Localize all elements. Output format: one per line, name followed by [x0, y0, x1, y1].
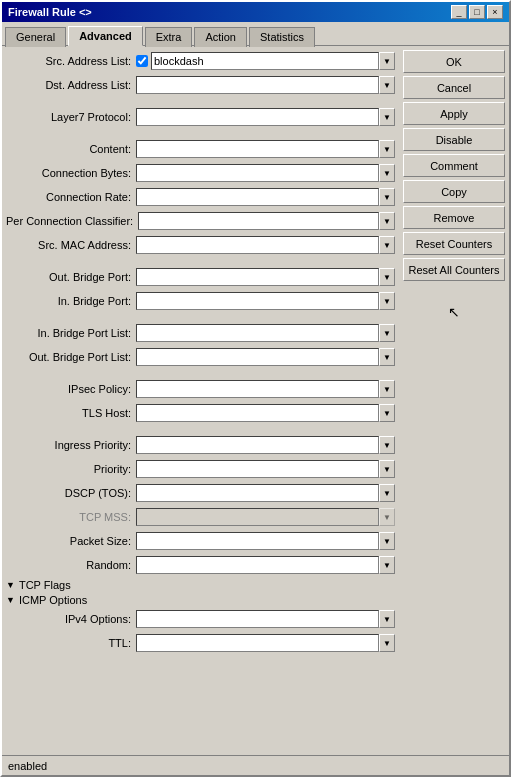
src-address-list-dropdown[interactable]: ▼ — [379, 52, 395, 70]
minimize-button[interactable]: _ — [451, 5, 467, 19]
in-bridge-port-list-dropdown[interactable]: ▼ — [379, 324, 395, 342]
per-connection-classifier-input[interactable] — [138, 212, 379, 230]
dscp-tos-wrap: ▼ — [136, 484, 395, 502]
out-bridge-port-row: Out. Bridge Port: ▼ — [6, 266, 395, 288]
in-bridge-port-wrap: ▼ — [136, 292, 395, 310]
apply-button[interactable]: Apply — [403, 102, 505, 125]
dst-address-list-dropdown[interactable]: ▼ — [379, 76, 395, 94]
cursor-area: ↖ — [403, 284, 505, 751]
ipsec-policy-input[interactable] — [136, 380, 379, 398]
tls-host-row: TLS Host: ▼ — [6, 402, 395, 424]
tls-host-input[interactable] — [136, 404, 379, 422]
disable-button[interactable]: Disable — [403, 128, 505, 151]
remove-button[interactable]: Remove — [403, 206, 505, 229]
connection-bytes-dropdown[interactable]: ▼ — [379, 164, 395, 182]
out-bridge-port-list-dropdown[interactable]: ▼ — [379, 348, 395, 366]
tcp-mss-dropdown: ▼ — [379, 508, 395, 526]
title-bar-buttons: _ □ × — [451, 5, 503, 19]
reset-counters-button[interactable]: Reset Counters — [403, 232, 505, 255]
random-dropdown[interactable]: ▼ — [379, 556, 395, 574]
ipv4-options-input[interactable] — [136, 610, 379, 628]
tcp-flags-arrow: ▼ — [6, 580, 15, 590]
priority-input[interactable] — [136, 460, 379, 478]
ipv4-options-label: IPv4 Options: — [6, 613, 136, 625]
ingress-priority-dropdown[interactable]: ▼ — [379, 436, 395, 454]
in-bridge-port-list-input[interactable] — [136, 324, 379, 342]
src-address-list-checkbox[interactable] — [136, 55, 148, 67]
ipsec-policy-row: IPsec Policy: ▼ — [6, 378, 395, 400]
tab-statistics[interactable]: Statistics — [249, 27, 315, 47]
ttl-wrap: ▼ — [136, 634, 395, 652]
in-bridge-port-list-label: In. Bridge Port List: — [6, 327, 136, 339]
icmp-options-section[interactable]: ▼ ICMP Options — [6, 594, 395, 606]
src-address-list-wrap: ▼ — [136, 52, 395, 70]
src-address-list-input[interactable] — [151, 52, 379, 70]
src-mac-address-dropdown[interactable]: ▼ — [379, 236, 395, 254]
maximize-button[interactable]: □ — [469, 5, 485, 19]
layer7-protocol-row: Layer7 Protocol: ▼ — [6, 106, 395, 128]
content-dropdown[interactable]: ▼ — [379, 140, 395, 158]
copy-button[interactable]: Copy — [403, 180, 505, 203]
connection-bytes-row: Connection Bytes: ▼ — [6, 162, 395, 184]
ttl-row: TTL: ▼ — [6, 632, 395, 654]
tls-host-wrap: ▼ — [136, 404, 395, 422]
tab-extra[interactable]: Extra — [145, 27, 193, 47]
random-input[interactable] — [136, 556, 379, 574]
tcp-mss-row: TCP MSS: ▼ — [6, 506, 395, 528]
content-input[interactable] — [136, 140, 379, 158]
out-bridge-port-dropdown[interactable]: ▼ — [379, 268, 395, 286]
close-button[interactable]: × — [487, 5, 503, 19]
dscp-tos-row: DSCP (TOS): ▼ — [6, 482, 395, 504]
in-bridge-port-label: In. Bridge Port: — [6, 295, 136, 307]
connection-rate-row: Connection Rate: ▼ — [6, 186, 395, 208]
tls-host-dropdown[interactable]: ▼ — [379, 404, 395, 422]
ipsec-policy-label: IPsec Policy: — [6, 383, 136, 395]
ingress-priority-label: Ingress Priority: — [6, 439, 136, 451]
tcp-flags-title: TCP Flags — [19, 579, 71, 591]
connection-rate-dropdown[interactable]: ▼ — [379, 188, 395, 206]
layer7-protocol-dropdown[interactable]: ▼ — [379, 108, 395, 126]
in-bridge-port-list-wrap: ▼ — [136, 324, 395, 342]
status-text: enabled — [8, 760, 47, 772]
dst-address-list-input[interactable] — [136, 76, 379, 94]
dscp-tos-input[interactable] — [136, 484, 379, 502]
ipsec-policy-dropdown[interactable]: ▼ — [379, 380, 395, 398]
tab-general[interactable]: General — [5, 27, 66, 47]
in-bridge-port-dropdown[interactable]: ▼ — [379, 292, 395, 310]
cancel-button[interactable]: Cancel — [403, 76, 505, 99]
ipv4-options-row: IPv4 Options: ▼ — [6, 608, 395, 630]
ingress-priority-input[interactable] — [136, 436, 379, 454]
window-title: Firewall Rule <> — [8, 6, 92, 18]
tab-advanced[interactable]: Advanced — [68, 26, 143, 46]
tcp-flags-section[interactable]: ▼ TCP Flags — [6, 579, 395, 591]
ok-button[interactable]: OK — [403, 50, 505, 73]
priority-row: Priority: ▼ — [6, 458, 395, 480]
dscp-tos-dropdown[interactable]: ▼ — [379, 484, 395, 502]
in-bridge-port-list-row: In. Bridge Port List: ▼ — [6, 322, 395, 344]
connection-bytes-input[interactable] — [136, 164, 379, 182]
connection-rate-wrap: ▼ — [136, 188, 395, 206]
out-bridge-port-list-input[interactable] — [136, 348, 379, 366]
src-mac-address-row: Src. MAC Address: ▼ — [6, 234, 395, 256]
reset-all-counters-button[interactable]: Reset All Counters — [403, 258, 505, 281]
src-mac-address-wrap: ▼ — [136, 236, 395, 254]
connection-bytes-label: Connection Bytes: — [6, 167, 136, 179]
connection-rate-input[interactable] — [136, 188, 379, 206]
ttl-input[interactable] — [136, 634, 379, 652]
comment-button[interactable]: Comment — [403, 154, 505, 177]
in-bridge-port-row: In. Bridge Port: ▼ — [6, 290, 395, 312]
per-connection-classifier-dropdown[interactable]: ▼ — [379, 212, 395, 230]
packet-size-dropdown[interactable]: ▼ — [379, 532, 395, 550]
in-bridge-port-input[interactable] — [136, 292, 379, 310]
packet-size-wrap: ▼ — [136, 532, 395, 550]
out-bridge-port-input[interactable] — [136, 268, 379, 286]
ttl-dropdown[interactable]: ▼ — [379, 634, 395, 652]
tab-action[interactable]: Action — [194, 27, 247, 47]
ipv4-options-dropdown[interactable]: ▼ — [379, 610, 395, 628]
layer7-protocol-input[interactable] — [136, 108, 379, 126]
connection-bytes-wrap: ▼ — [136, 164, 395, 182]
priority-dropdown[interactable]: ▼ — [379, 460, 395, 478]
packet-size-input[interactable] — [136, 532, 379, 550]
src-mac-address-input[interactable] — [136, 236, 379, 254]
out-bridge-port-label: Out. Bridge Port: — [6, 271, 136, 283]
